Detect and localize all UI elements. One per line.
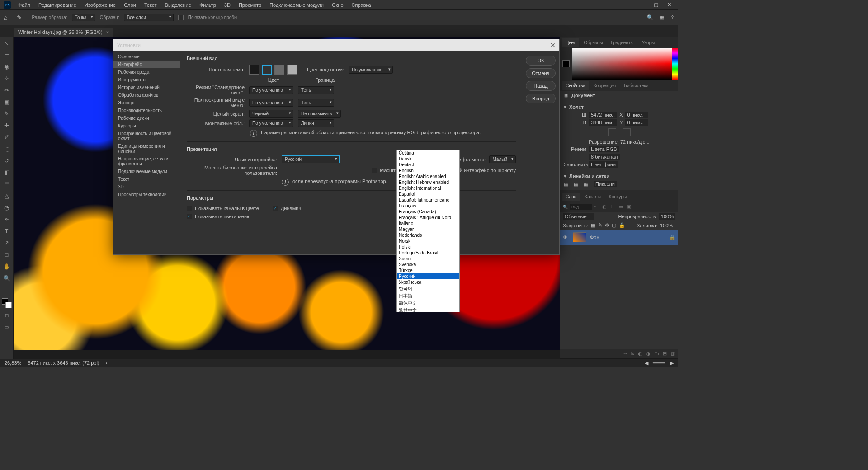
- lock-pixels-icon[interactable]: ✎: [598, 222, 602, 228]
- language-option[interactable]: 한국어: [397, 285, 459, 292]
- document-tab[interactable]: Winter Holidays.jpg @ 26,8% (RGB/8) ×: [14, 28, 113, 37]
- lock-all-icon[interactable]: ▦: [591, 222, 595, 228]
- fsm-color-dropdown[interactable]: По умолчанию: [249, 99, 293, 107]
- prefs-sidebar-item[interactable]: Подключаемые модули: [113, 168, 180, 175]
- tab-channels[interactable]: Каналы: [581, 193, 604, 201]
- group-icon[interactable]: 🗀: [654, 351, 659, 357]
- scale-font-checkbox[interactable]: [372, 168, 377, 173]
- tab-close-icon[interactable]: ×: [106, 29, 109, 35]
- theme-swatch-medium[interactable]: [274, 65, 284, 75]
- type-tool-icon[interactable]: T: [2, 226, 12, 236]
- blur-tool-icon[interactable]: △: [2, 191, 12, 201]
- language-option[interactable]: Español: latinoamericano: [397, 197, 459, 203]
- gradient-tool-icon[interactable]: ▤: [2, 179, 12, 189]
- new-layer-icon[interactable]: ⊞: [663, 351, 667, 357]
- prefs-sidebar-item[interactable]: Интерфейс: [113, 61, 180, 68]
- language-option[interactable]: Čeština: [397, 150, 459, 156]
- menu-item[interactable]: Слои: [120, 1, 140, 9]
- fill-dropdown[interactable]: Цвет фона: [589, 161, 618, 168]
- menu-item[interactable]: Подключаемые модули: [266, 1, 327, 9]
- language-option[interactable]: English: [397, 168, 459, 174]
- lock-pos-icon[interactable]: ✥: [605, 222, 609, 228]
- history-brush-icon[interactable]: ↺: [2, 155, 12, 165]
- prefs-sidebar-item[interactable]: Рабочая среда: [113, 68, 180, 76]
- language-option[interactable]: English: Arabic enabled: [397, 174, 459, 179]
- menu-item[interactable]: Просмотр: [235, 1, 265, 9]
- menu-item[interactable]: 3D: [221, 1, 234, 9]
- language-option[interactable]: Svenska: [397, 262, 459, 268]
- prefs-sidebar-item[interactable]: Инструменты: [113, 76, 180, 84]
- tab-adjustments[interactable]: Коррекция: [590, 81, 619, 90]
- theme-swatch-default[interactable]: [262, 65, 272, 75]
- depth-dropdown[interactable]: 8 бит/канал: [589, 154, 620, 160]
- ok-button[interactable]: ОК: [526, 56, 556, 66]
- fill-field[interactable]: 100%: [660, 223, 675, 228]
- theme-swatch-light[interactable]: [287, 65, 297, 75]
- language-option[interactable]: Italiano: [397, 221, 459, 226]
- channels-color-checkbox[interactable]: [187, 206, 192, 211]
- language-option[interactable]: Español: [397, 191, 459, 197]
- language-option[interactable]: English: International: [397, 185, 459, 191]
- std-color-dropdown[interactable]: По умолчанию: [249, 86, 293, 94]
- zoom-tool-icon[interactable]: 🔍: [2, 273, 12, 283]
- height-field[interactable]: 3648 пикс.: [589, 119, 617, 126]
- timeline-prev-icon[interactable]: ◀: [645, 360, 648, 366]
- timeline-next-icon[interactable]: ▶: [670, 360, 674, 366]
- blend-mode-dropdown[interactable]: Обычные: [563, 213, 594, 220]
- prefs-sidebar-item[interactable]: Просмотры технологии: [113, 191, 180, 198]
- rulers-unit-dropdown[interactable]: Пиксели: [594, 181, 617, 187]
- eyedropper-icon[interactable]: ✎: [17, 14, 22, 21]
- wand-tool-icon[interactable]: ✧: [2, 73, 12, 83]
- language-option[interactable]: English: Hebrew enabled: [397, 179, 459, 185]
- language-option[interactable]: Русский: [397, 273, 459, 279]
- filter-type-icon[interactable]: T: [610, 204, 617, 210]
- ruler-icon[interactable]: ▦: [564, 181, 568, 187]
- lock-icon[interactable]: 🔒: [619, 222, 625, 228]
- language-option[interactable]: Norsk: [397, 238, 459, 244]
- x-field[interactable]: 0 пикс.: [625, 112, 648, 118]
- menu-item[interactable]: Текст: [141, 1, 160, 9]
- fx-icon[interactable]: fx: [630, 351, 634, 357]
- path-tool-icon[interactable]: ↗: [2, 238, 12, 248]
- menu-item[interactable]: Выделение: [161, 1, 195, 9]
- language-option[interactable]: Português do Brasil: [397, 250, 459, 256]
- ab-color-dropdown[interactable]: По умолчанию: [249, 119, 293, 127]
- hue-slider[interactable]: [672, 48, 678, 80]
- menu-item[interactable]: Справка: [348, 1, 375, 9]
- ab-border-dropdown[interactable]: Линия: [298, 119, 334, 127]
- mode-dropdown[interactable]: Цвета RGB: [589, 146, 619, 152]
- language-option[interactable]: Français: [397, 203, 459, 209]
- arrange-icon[interactable]: ▦: [660, 14, 664, 20]
- brush-tool-icon[interactable]: ✐: [2, 132, 12, 142]
- language-option[interactable]: Magyar: [397, 226, 459, 232]
- stamp-tool-icon[interactable]: ⬚: [2, 144, 12, 154]
- prefs-sidebar-item[interactable]: Текст: [113, 175, 180, 183]
- tab-gradients[interactable]: Градиенты: [607, 38, 637, 47]
- sample-layers-dropdown[interactable]: Все слои: [124, 14, 174, 21]
- lock-artboard-icon[interactable]: ▢: [612, 222, 616, 228]
- language-option[interactable]: Українська: [397, 279, 459, 285]
- grid-icon[interactable]: ▦: [574, 181, 578, 187]
- shape-tool-icon[interactable]: □: [2, 249, 12, 259]
- menu-item[interactable]: Файл: [14, 1, 34, 9]
- language-option[interactable]: Suomi: [397, 256, 459, 262]
- prefs-sidebar-item[interactable]: Экспорт: [113, 99, 180, 107]
- tab-paths[interactable]: Контуры: [605, 193, 630, 201]
- close-icon[interactable]: ✕: [664, 1, 674, 9]
- marquee-tool-icon[interactable]: ▭: [2, 50, 12, 60]
- guides-icon[interactable]: ▦: [584, 181, 588, 187]
- prefs-sidebar-item[interactable]: Курсоры: [113, 122, 180, 130]
- tab-patterns[interactable]: Узоры: [638, 38, 659, 47]
- opacity-field[interactable]: 100%: [659, 213, 675, 220]
- menu-item[interactable]: Окно: [328, 1, 347, 9]
- minimize-icon[interactable]: —: [637, 1, 646, 9]
- forward-button[interactable]: Вперед: [526, 94, 556, 103]
- prefs-sidebar-item[interactable]: Обработка файлов: [113, 91, 180, 99]
- language-option[interactable]: 简体中文: [397, 300, 459, 307]
- language-option[interactable]: Dansk: [397, 156, 459, 162]
- language-option[interactable]: 繁體中文: [397, 307, 459, 314]
- theme-swatch-dark[interactable]: [249, 65, 259, 75]
- landscape-icon[interactable]: [623, 128, 631, 136]
- link-icon[interactable]: ⚯: [623, 351, 627, 357]
- timeline-scrub[interactable]: ━━━━: [653, 360, 665, 366]
